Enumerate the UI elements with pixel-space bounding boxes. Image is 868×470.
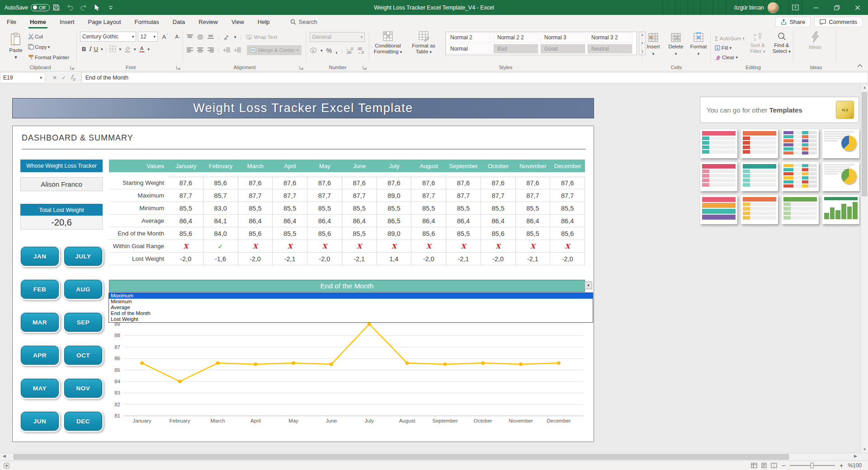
table-cell[interactable]: 87,6: [273, 177, 307, 189]
table-cell[interactable]: 85,5: [516, 227, 551, 240]
cell-style-normal-2[interactable]: Normal 2: [446, 33, 491, 42]
month-button-may[interactable]: MAY: [21, 379, 59, 398]
dropdown-option-maximum[interactable]: Maximum: [109, 293, 593, 299]
table-cell[interactable]: X: [342, 240, 377, 253]
delete-cells-button[interactable]: Delete▾: [665, 30, 687, 63]
table-cell[interactable]: 85,5: [411, 202, 446, 215]
number-format-select[interactable]: General▾: [310, 32, 365, 42]
table-cell[interactable]: 85,6: [481, 227, 516, 240]
table-cell[interactable]: 87,6: [481, 177, 516, 189]
borders-button[interactable]: [109, 46, 116, 52]
table-cell[interactable]: 86,4: [446, 215, 481, 227]
table-cell[interactable]: 86,4: [516, 215, 551, 227]
table-cell[interactable]: X: [411, 240, 446, 253]
decrease-decimal-button[interactable]: .00→.0: [357, 47, 364, 54]
table-cell[interactable]: 85,5: [169, 202, 203, 215]
borders-chevron[interactable]: ▾: [119, 47, 121, 52]
table-cell[interactable]: 85,6: [169, 227, 203, 240]
table-cell[interactable]: 86,4: [481, 215, 516, 227]
wrap-text-button[interactable]: Wrap Text: [246, 32, 277, 42]
vertical-scrollbar[interactable]: ▲ ▼: [860, 84, 868, 453]
chart-line-end-of-the-month[interactable]: [142, 324, 559, 381]
number-dialog-launcher-icon[interactable]: [363, 66, 367, 70]
month-button-aug[interactable]: AUG: [64, 280, 102, 299]
table-cell[interactable]: 86,4: [169, 215, 203, 227]
page-break-view-button[interactable]: [771, 463, 777, 468]
font-color-button[interactable]: A: [139, 46, 145, 52]
table-cell[interactable]: 87,7: [169, 189, 203, 202]
ribbon-display-options-button[interactable]: [785, 0, 806, 15]
account-name[interactable]: özgür bircan: [734, 5, 764, 11]
table-cell[interactable]: 1,4: [377, 253, 412, 265]
table-cell[interactable]: 85,5: [273, 202, 307, 215]
table-cell[interactable]: X: [446, 240, 481, 253]
data-point[interactable]: [481, 362, 485, 365]
find-select-button[interactable]: Find &Select ▾: [771, 31, 793, 64]
avatar[interactable]: [768, 2, 778, 13]
format-painter-button[interactable]: Format Painter: [28, 52, 69, 62]
month-button-apr[interactable]: APR: [21, 346, 59, 365]
table-cell[interactable]: -2,1: [273, 253, 307, 265]
templates-logo[interactable]: XLS: [836, 101, 854, 119]
normal-view-button[interactable]: [751, 463, 757, 468]
month-button-dec[interactable]: DEC: [64, 412, 102, 431]
horizontal-scrollbar[interactable]: ◀ ▶: [0, 453, 868, 461]
table-cell[interactable]: -2,0: [481, 253, 516, 265]
alignment-dialog-launcher-icon[interactable]: [299, 66, 303, 70]
data-point[interactable]: [254, 362, 257, 366]
table-cell[interactable]: 85,5: [273, 227, 307, 240]
data-point[interactable]: [292, 362, 295, 365]
fill-color-button[interactable]: [124, 46, 131, 52]
table-cell[interactable]: 87,7: [273, 189, 307, 202]
quick-access-customize-button[interactable]: [104, 0, 118, 15]
table-cell[interactable]: 85,5: [550, 202, 585, 215]
table-cell[interactable]: 87,7: [342, 189, 377, 202]
table-cell[interactable]: X: [238, 240, 273, 253]
table-cell[interactable]: X: [169, 240, 203, 253]
undo-button[interactable]: [63, 0, 77, 15]
data-point[interactable]: [330, 362, 333, 366]
increase-indent-button[interactable]: [234, 47, 241, 53]
ideas-button[interactable]: Ideas: [796, 28, 835, 61]
template-thumbnail-8[interactable]: [822, 162, 859, 191]
cell-style-normal-2-2[interactable]: Normal 2 2: [493, 33, 538, 42]
table-cell[interactable]: 87,7: [481, 189, 516, 202]
sort-filter-button[interactable]: AZ Sort &Filter ▾: [747, 31, 768, 64]
table-cell[interactable]: -2,1: [446, 253, 481, 265]
autosave-toggle[interactable]: AutoSave Off: [5, 4, 50, 11]
confirm-entry-icon[interactable]: ✓: [61, 75, 66, 81]
template-thumbnail-7[interactable]: [782, 162, 819, 191]
fill-button[interactable]: Fill▾: [715, 43, 745, 52]
table-cell[interactable]: 86,4: [342, 215, 377, 227]
merge-center-button[interactable]: Merge & Center ▾: [247, 45, 302, 55]
scroll-up-icon[interactable]: ▲: [861, 85, 868, 89]
template-thumbnail-1[interactable]: [700, 129, 737, 158]
tab-help[interactable]: Help: [251, 15, 277, 28]
template-thumbnail-10[interactable]: [741, 195, 778, 224]
template-thumbnail-6[interactable]: [741, 162, 778, 191]
template-thumbnail-11[interactable]: [782, 195, 819, 224]
italic-button[interactable]: I: [89, 46, 91, 52]
zoom-level[interactable]: %100: [848, 462, 862, 469]
table-cell[interactable]: -2,0: [411, 253, 446, 265]
table-cell[interactable]: 85,5: [516, 202, 551, 215]
table-cell[interactable]: 85,5: [481, 202, 516, 215]
zoom-slider[interactable]: [790, 465, 835, 466]
orientation-button[interactable]: ab: [223, 34, 230, 40]
align-middle-button[interactable]: [197, 34, 203, 40]
conditional-formatting-button[interactable]: ConditionalFormatting ▾: [369, 28, 406, 61]
macro-record-icon[interactable]: [4, 463, 9, 469]
table-cell[interactable]: 84,1: [203, 215, 238, 227]
tab-formulas[interactable]: Formulas: [128, 15, 166, 28]
table-cell[interactable]: 87,6: [238, 177, 273, 189]
format-cells-button[interactable]: Format▾: [687, 30, 710, 63]
font-color-chevron[interactable]: ▾: [148, 47, 150, 52]
table-cell[interactable]: 86,4: [411, 215, 446, 227]
tab-view[interactable]: View: [225, 15, 251, 28]
table-cell[interactable]: 85,7: [203, 189, 238, 202]
font-size-select[interactable]: 12▾: [138, 32, 158, 42]
bold-button[interactable]: B: [82, 46, 86, 52]
cut-button[interactable]: Cut: [28, 31, 69, 42]
scroll-left-icon[interactable]: ◀: [3, 454, 6, 458]
month-button-july[interactable]: JULY: [64, 247, 102, 266]
